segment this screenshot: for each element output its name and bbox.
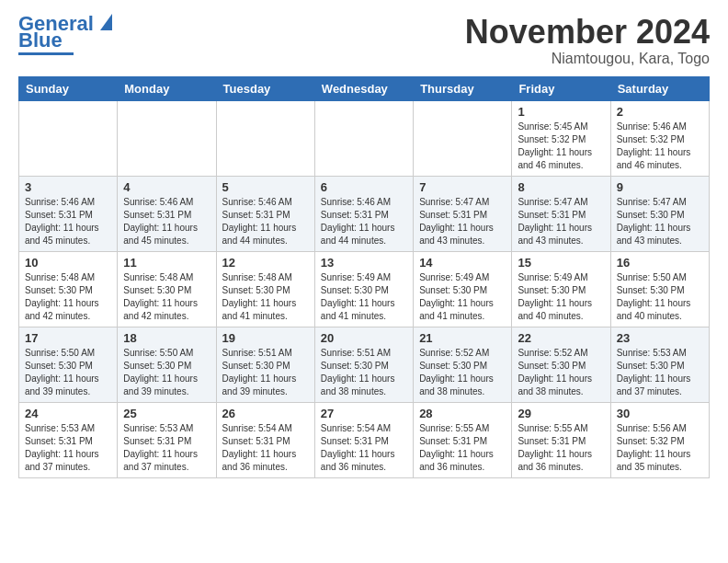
day-number: 6 xyxy=(321,180,407,194)
weekday-header: Friday xyxy=(512,76,610,100)
day-info: Sunrise: 5:48 AMSunset: 5:30 PMDaylight:… xyxy=(123,271,210,323)
day-info: Sunrise: 5:47 AMSunset: 5:31 PMDaylight:… xyxy=(419,196,506,247)
day-number: 11 xyxy=(123,256,210,270)
day-number: 28 xyxy=(419,407,506,420)
day-info: Sunrise: 5:54 AMSunset: 5:31 PMDaylight:… xyxy=(222,422,309,474)
calendar-cell: 13Sunrise: 5:49 AMSunset: 5:30 PMDayligh… xyxy=(314,251,413,327)
weekday-header: Thursday xyxy=(414,76,512,100)
day-number: 29 xyxy=(518,407,604,420)
day-info: Sunrise: 5:47 AMSunset: 5:30 PMDaylight:… xyxy=(617,196,703,247)
logo: General Blue xyxy=(18,14,112,55)
calendar-cell: 19Sunrise: 5:51 AMSunset: 5:30 PMDayligh… xyxy=(216,327,314,402)
day-number: 27 xyxy=(321,407,407,420)
day-info: Sunrise: 5:49 AMSunset: 5:30 PMDaylight:… xyxy=(321,271,407,323)
day-info: Sunrise: 5:46 AMSunset: 5:31 PMDaylight:… xyxy=(321,196,407,247)
calendar-cell: 14Sunrise: 5:49 AMSunset: 5:30 PMDayligh… xyxy=(414,251,512,327)
day-number: 25 xyxy=(123,407,210,420)
weekday-header: Monday xyxy=(118,76,216,100)
day-number: 16 xyxy=(617,256,703,270)
day-number: 8 xyxy=(518,180,604,194)
calendar-cell: 22Sunrise: 5:52 AMSunset: 5:30 PMDayligh… xyxy=(512,327,610,402)
weekday-header: Sunday xyxy=(19,76,118,100)
day-info: Sunrise: 5:50 AMSunset: 5:30 PMDaylight:… xyxy=(25,347,111,398)
day-number: 5 xyxy=(222,180,309,194)
logo-text2: Blue xyxy=(18,30,63,51)
calendar-cell: 1Sunrise: 5:45 AMSunset: 5:32 PMDaylight… xyxy=(512,100,610,176)
header: General Blue November 2024 Niamtougou, K… xyxy=(18,14,710,67)
day-number: 13 xyxy=(321,256,407,270)
day-number: 21 xyxy=(419,331,506,345)
day-info: Sunrise: 5:46 AMSunset: 5:31 PMDaylight:… xyxy=(222,196,309,247)
calendar-cell: 27Sunrise: 5:54 AMSunset: 5:31 PMDayligh… xyxy=(314,402,413,477)
day-info: Sunrise: 5:54 AMSunset: 5:31 PMDaylight:… xyxy=(321,422,407,474)
day-info: Sunrise: 5:55 AMSunset: 5:31 PMDaylight:… xyxy=(518,422,604,474)
calendar-cell: 20Sunrise: 5:51 AMSunset: 5:30 PMDayligh… xyxy=(314,327,413,402)
calendar-week-row: 1Sunrise: 5:45 AMSunset: 5:32 PMDaylight… xyxy=(19,100,710,176)
day-info: Sunrise: 5:55 AMSunset: 5:31 PMDaylight:… xyxy=(419,422,506,474)
day-info: Sunrise: 5:50 AMSunset: 5:30 PMDaylight:… xyxy=(617,271,703,323)
calendar-cell xyxy=(19,100,118,176)
day-number: 17 xyxy=(25,331,111,345)
day-number: 18 xyxy=(123,331,210,345)
calendar-week-row: 10Sunrise: 5:48 AMSunset: 5:30 PMDayligh… xyxy=(19,251,710,327)
location: Niamtougou, Kara, Togo xyxy=(465,51,710,67)
calendar-page: General Blue November 2024 Niamtougou, K… xyxy=(0,0,728,497)
calendar-week-row: 17Sunrise: 5:50 AMSunset: 5:30 PMDayligh… xyxy=(19,327,710,402)
day-info: Sunrise: 5:46 AMSunset: 5:31 PMDaylight:… xyxy=(123,196,210,247)
day-number: 14 xyxy=(419,256,506,270)
calendar-cell: 5Sunrise: 5:46 AMSunset: 5:31 PMDaylight… xyxy=(216,176,314,251)
day-info: Sunrise: 5:49 AMSunset: 5:30 PMDaylight:… xyxy=(518,271,604,323)
day-number: 9 xyxy=(617,180,703,194)
day-number: 1 xyxy=(518,105,604,119)
day-info: Sunrise: 5:56 AMSunset: 5:32 PMDaylight:… xyxy=(617,422,703,474)
day-number: 7 xyxy=(419,180,506,194)
logo-icon xyxy=(96,14,112,30)
day-number: 22 xyxy=(518,331,604,345)
day-number: 20 xyxy=(321,331,407,345)
calendar-cell xyxy=(118,100,216,176)
calendar-cell: 17Sunrise: 5:50 AMSunset: 5:30 PMDayligh… xyxy=(19,327,118,402)
month-title: November 2024 xyxy=(465,14,710,51)
calendar-cell: 21Sunrise: 5:52 AMSunset: 5:30 PMDayligh… xyxy=(414,327,512,402)
calendar-header-row: SundayMondayTuesdayWednesdayThursdayFrid… xyxy=(19,76,710,100)
day-info: Sunrise: 5:53 AMSunset: 5:31 PMDaylight:… xyxy=(123,422,210,474)
weekday-header: Saturday xyxy=(610,76,709,100)
day-info: Sunrise: 5:46 AMSunset: 5:31 PMDaylight:… xyxy=(25,196,111,247)
day-info: Sunrise: 5:53 AMSunset: 5:30 PMDaylight:… xyxy=(617,347,703,398)
calendar-cell: 11Sunrise: 5:48 AMSunset: 5:30 PMDayligh… xyxy=(118,251,216,327)
day-number: 15 xyxy=(518,256,604,270)
day-number: 23 xyxy=(617,331,703,345)
calendar-cell: 18Sunrise: 5:50 AMSunset: 5:30 PMDayligh… xyxy=(118,327,216,402)
calendar-cell: 29Sunrise: 5:55 AMSunset: 5:31 PMDayligh… xyxy=(512,402,610,477)
calendar-cell: 30Sunrise: 5:56 AMSunset: 5:32 PMDayligh… xyxy=(610,402,709,477)
calendar-cell: 24Sunrise: 5:53 AMSunset: 5:31 PMDayligh… xyxy=(19,402,118,477)
day-info: Sunrise: 5:45 AMSunset: 5:32 PMDaylight:… xyxy=(518,121,604,172)
calendar-week-row: 24Sunrise: 5:53 AMSunset: 5:31 PMDayligh… xyxy=(19,402,710,477)
calendar-cell: 12Sunrise: 5:48 AMSunset: 5:30 PMDayligh… xyxy=(216,251,314,327)
day-number: 4 xyxy=(123,180,210,194)
calendar-cell xyxy=(314,100,413,176)
day-info: Sunrise: 5:47 AMSunset: 5:31 PMDaylight:… xyxy=(518,196,604,247)
day-info: Sunrise: 5:52 AMSunset: 5:30 PMDaylight:… xyxy=(518,347,604,398)
day-number: 12 xyxy=(222,256,309,270)
calendar-cell: 23Sunrise: 5:53 AMSunset: 5:30 PMDayligh… xyxy=(610,327,709,402)
day-info: Sunrise: 5:50 AMSunset: 5:30 PMDaylight:… xyxy=(123,347,210,398)
day-number: 2 xyxy=(617,105,703,119)
day-info: Sunrise: 5:49 AMSunset: 5:30 PMDaylight:… xyxy=(419,271,506,323)
calendar-cell: 26Sunrise: 5:54 AMSunset: 5:31 PMDayligh… xyxy=(216,402,314,477)
weekday-header: Tuesday xyxy=(216,76,314,100)
calendar-cell xyxy=(216,100,314,176)
day-info: Sunrise: 5:48 AMSunset: 5:30 PMDaylight:… xyxy=(222,271,309,323)
calendar-cell: 15Sunrise: 5:49 AMSunset: 5:30 PMDayligh… xyxy=(512,251,610,327)
calendar-cell: 16Sunrise: 5:50 AMSunset: 5:30 PMDayligh… xyxy=(610,251,709,327)
svg-marker-0 xyxy=(100,14,112,30)
day-info: Sunrise: 5:46 AMSunset: 5:32 PMDaylight:… xyxy=(617,121,703,172)
calendar-cell: 9Sunrise: 5:47 AMSunset: 5:30 PMDaylight… xyxy=(610,176,709,251)
calendar-cell: 8Sunrise: 5:47 AMSunset: 5:31 PMDaylight… xyxy=(512,176,610,251)
day-number: 3 xyxy=(25,180,111,194)
calendar-cell: 2Sunrise: 5:46 AMSunset: 5:32 PMDaylight… xyxy=(610,100,709,176)
calendar-cell: 3Sunrise: 5:46 AMSunset: 5:31 PMDaylight… xyxy=(19,176,118,251)
weekday-header: Wednesday xyxy=(314,76,413,100)
day-info: Sunrise: 5:48 AMSunset: 5:30 PMDaylight:… xyxy=(25,271,111,323)
calendar-cell: 6Sunrise: 5:46 AMSunset: 5:31 PMDaylight… xyxy=(314,176,413,251)
